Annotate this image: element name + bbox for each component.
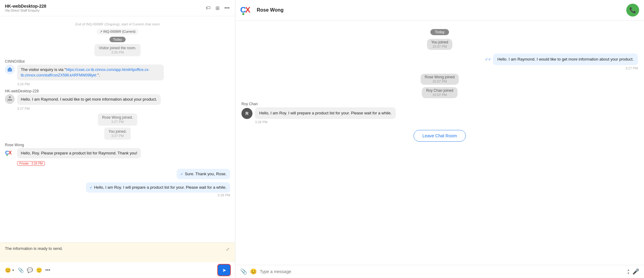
hk-sender: HK-webDesktop-228 [5,89,230,93]
right-you-joined: You joined 15:07 PM [241,39,638,50]
right-date-badge: Today [241,29,638,35]
more-options-icon[interactable]: ••• [224,5,230,11]
input-toolbar: 😊 ▼ 📎 💬 🙂 ••• ➤ [0,262,235,278]
bot-msg-text: The visitor enquiry is via "https://cxwc… [21,67,149,77]
right-roy-avatar: R [241,108,252,119]
hk-bubble: Hello. I am Raymond. I would like to get… [17,94,161,105]
visitor-joined-label: Visitor joined the room. [99,46,136,50]
attachment-icon[interactable]: 📎 [18,267,24,273]
right-outgoing-text: Hello. I am Raymond. I would like to get… [497,57,634,61]
you-joined-time: 3:27 PM [111,134,124,138]
outgoing-group-1: ✓ Sure. Thank you, Rose. [5,169,230,179]
rose-joined-time: 3:27 PM [111,120,124,124]
outgoing-text-1: Sure. Thank you, Rose. [185,172,226,176]
bot-avatar [5,65,15,74]
more-toolbar-icon[interactable]: ••• [45,267,50,273]
right-header-left: C X Rose Wong [240,5,284,15]
outgoing-bubble-1: ✓ Sure. Thank you, Rose. [177,169,230,179]
outgoing-time: 3:28 PM [5,193,230,197]
inquiry-tag-label: INQ-0008IR (Current) [103,30,136,33]
right-attachment-icon[interactable]: 📎 [240,268,247,275]
left-header: HK-webDesktop-228 Via Direct Staff Enqui… [0,0,235,16]
divider: End of INQ-0008IF (Ongoing), start of Cu… [5,22,230,26]
right-you-joined-label: You joined [431,40,448,44]
right-emoji-icon[interactable]: 😊 [250,268,257,275]
note-icon[interactable]: 💬 [27,267,33,273]
outgoing-row-1: ✓ Sure. Thank you, Rose. [5,169,230,179]
toolbar-left: 😊 ▼ 📎 💬 🙂 ••• [5,267,214,273]
rose-joined-label: Rose Wong joined. [102,115,133,120]
right-header: C X Rose Wong 📞 [235,0,644,20]
cx-logo-svg: C X [240,5,254,15]
bot-link[interactable]: https://cxwc.cx-tb.cinnox.com/app.html#/… [21,68,149,77]
right-roy-row: R Hello, I am Roy. I will prepare a prod… [241,107,638,119]
message-input[interactable]: The information is ready to send. [5,246,225,258]
inquiry-tag[interactable]: ↗ INQ-0008IR (Current) [97,29,139,35]
right-you-joined-time: 15:07 PM [432,45,447,48]
left-header-subtitle: Via Direct Staff Enquiry [5,9,46,12]
face-icon[interactable]: 🙂 [36,267,42,273]
emoji-dropdown-arrow[interactable]: ▼ [12,269,15,272]
left-header-title: HK-webDesktop-228 [5,4,46,9]
right-roy-joined-time: 15:07 PM [432,93,447,97]
layout-icon[interactable]: ⊞ [215,5,220,12]
divider-text: End of INQ-0008IF (Ongoing), start of Cu… [75,22,160,26]
right-message-input[interactable] [260,269,624,274]
you-joined-label: You joined. [109,129,127,134]
bot-msg-time: 3:26 PM [17,82,230,86]
bot-sender: CINNOXBot [5,59,230,64]
hk-msg-group: HK-webDesktop-228 Hello. I am Raymond. I… [5,89,230,110]
visitor-joined-text: Visitor joined the room. 3:26 PM [94,44,141,56]
chat-messages: End of INQ-0008IF (Ongoing), start of Cu… [0,16,235,242]
rose-joined-system: Rose Wong joined. 3:27 PM [5,113,230,126]
right-outgoing-row: ✓✓ Hello. I am Raymond. I would like to … [241,54,638,65]
svg-point-5 [6,154,8,156]
hk-msg-time: 3:27 PM [17,107,230,110]
rose-joined-text: Rose Wong joined. 3:27 PM [98,113,137,126]
visitor-joined-time: 3:26 PM [111,50,124,54]
you-joined-text: You joined. 3:27 PM [104,128,131,140]
phone-icon: 📞 [629,7,636,13]
you-joined-system: You joined. 3:27 PM [5,128,230,140]
call-button[interactable]: 📞 [626,4,639,17]
contact-name: Rose Wong [257,7,284,13]
scroll-up-btn[interactable]: ▲ [627,269,630,272]
right-roy-text: Hello, I am Roy. I will prepare a produc… [259,111,392,115]
right-input-icons: ▲ ▼ 🎤 [627,268,639,275]
scroll-down-btn[interactable]: ▼ [627,272,630,275]
send-button[interactable]: ➤ [218,265,230,276]
bot-msg-group: CINNOXBot The visitor enquiry is via "ht… [5,59,230,86]
hk-avatar [5,94,15,104]
right-outgoing-bubble: Hello. I am Raymond. I would like to get… [493,54,638,65]
emoji-picker-icon[interactable]: 😊 [5,267,11,273]
rose-avatar: C X [5,148,15,158]
right-rose-joined-time: 15:07 PM [432,80,447,83]
right-rose-joined: Rose Wong joined 15:07 PM [241,74,638,85]
rose-msg-text: Hello, Roy. Please prepare a product lis… [21,151,137,155]
right-roy-msg-group: Roy Chan R Hello, I am Roy. I will prepa… [241,102,638,124]
hk-msg-row: Hello. I am Raymond. I would like to get… [5,94,230,105]
bot-msg-row: The visitor enquiry is via "https://cxwc… [5,65,230,80]
svg-point-1 [9,70,9,70]
svg-text:X: X [245,5,251,14]
outgoing-row-2: ✓ Hello, I am Roy. I will prepare a prod… [5,182,230,193]
left-panel: HK-webDesktop-228 Via Direct Staff Enqui… [0,0,235,278]
rose-msg-group: Rose Wong C X Hello, Roy. Please prepare… [5,143,230,166]
bot-bubble: The visitor enquiry is via "https://cxwc… [17,65,164,80]
rose-bubble: Hello, Roy. Please prepare a product lis… [17,148,141,158]
svg-rect-0 [8,69,12,72]
expand-icon[interactable]: ⤢ [225,246,230,252]
right-you-joined-text: You joined 15:07 PM [427,39,453,50]
right-date-text: Today [430,29,449,35]
cx-logo: C X [240,5,254,15]
input-area: The information is ready to send. ⤢ 😊 ▼ … [0,242,235,278]
right-roy-time: 3:28 PM [255,120,638,124]
mic-icon[interactable]: 🎤 [632,268,639,275]
bookmark-icon[interactable]: 🏷 [205,5,211,11]
inquiry-tag-container: ↗ INQ-0008IR (Current) [5,28,230,35]
visitor-joined: Visitor joined the room. 3:26 PM [5,44,230,56]
right-roy-joined-text: Roy Chan joined 15:07 PM [422,87,458,98]
right-rose-joined-text: Rose Wong joined 15:07 PM [421,74,459,85]
leave-chat-button[interactable]: Leave Chat Room [414,130,466,142]
hk-msg-text: Hello. I am Raymond. I would like to get… [21,97,157,102]
